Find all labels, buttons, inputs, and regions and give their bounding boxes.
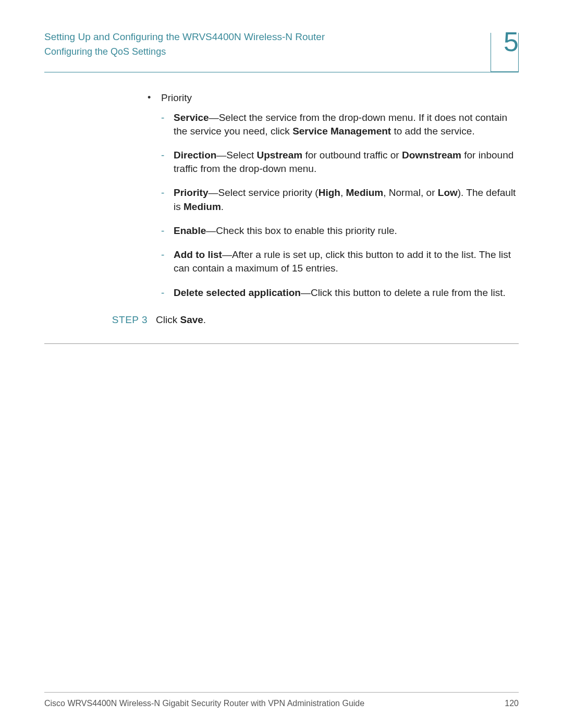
text: . (203, 314, 206, 325)
text: Click this button to delete a rule from … (311, 287, 506, 298)
text: Select service priority ( (218, 187, 319, 198)
sub-item-text: Service—Select the service from the drop… (174, 111, 519, 138)
term-label: Delete selected application (174, 287, 301, 298)
step-label: STEP 3 (111, 314, 148, 326)
footer-page-number: 120 (505, 699, 519, 708)
inline-bold: Save (180, 314, 203, 325)
sep: — (209, 187, 218, 198)
footer-divider (44, 692, 519, 693)
text: . (221, 201, 224, 212)
page-content: • Priority - Service—Select the service … (44, 92, 519, 344)
section-divider (44, 343, 519, 344)
chapter-number-box (491, 33, 519, 72)
document-page: Setting Up and Configuring the WRVS4400N… (0, 0, 563, 728)
dash-icon: - (161, 248, 174, 275)
inline-bold: Service Management (292, 126, 391, 137)
inline-bold: Medium (183, 201, 221, 212)
sub-item-delete: - Delete selected application—Click this… (161, 286, 519, 300)
sub-item-direction: - Direction—Select Upstream for outbound… (161, 149, 519, 176)
term-label: Service (174, 112, 209, 123)
sub-item-text: Direction—Select Upstream for outbound t… (174, 149, 519, 176)
term-label: Priority (174, 187, 209, 198)
header-title: Setting Up and Configuring the WRVS4400N… (44, 30, 519, 44)
page-header: Setting Up and Configuring the WRVS4400N… (44, 30, 519, 72)
page-footer: Cisco WRVS4400N Wireless-N Gigabit Secur… (44, 692, 519, 708)
header-divider (44, 72, 519, 72)
sub-item-text: Delete selected application—Click this b… (174, 286, 519, 300)
sub-item-priority: - Priority—Select service priority (High… (161, 186, 519, 213)
sub-list: - Service—Select the service from the dr… (161, 111, 519, 300)
sep: — (222, 249, 232, 260)
header-rule-container (44, 72, 519, 72)
dash-icon: - (161, 186, 174, 213)
inline-bold: Downstream (402, 150, 461, 161)
inline-bold: Upstream (256, 150, 302, 161)
bullet-section: • Priority (148, 92, 519, 104)
text: Click (156, 314, 180, 325)
term-label: Add to list (174, 249, 222, 260)
bullet-heading: Priority (161, 92, 192, 104)
sep: — (216, 150, 226, 161)
sub-item-enable: - Enable—Check this box to enable this p… (161, 224, 519, 238)
term-label: Direction (174, 150, 216, 161)
dash-icon: - (161, 286, 174, 300)
text: , (340, 187, 346, 198)
inline-bold: Medium (346, 187, 383, 198)
sub-item-text: Enable—Check this box to enable this pri… (174, 224, 519, 238)
inline-bold: High (319, 187, 340, 198)
dash-icon: - (161, 111, 174, 138)
sep: — (206, 225, 216, 236)
sep: — (209, 112, 219, 123)
text: to add the service. (391, 126, 475, 137)
term-label: Enable (174, 225, 206, 236)
step-text: Click Save. (148, 314, 206, 326)
footer-guide-title: Cisco WRVS4400N Wireless-N Gigabit Secur… (44, 699, 364, 708)
sub-item-addtolist: - Add to list—After a rule is set up, cl… (161, 248, 519, 275)
inline-bold: Low (438, 187, 458, 198)
sub-item-text: Add to list—After a rule is set up, clic… (174, 248, 519, 275)
step-row: STEP 3 Click Save. (111, 314, 519, 326)
sub-item-service: - Service—Select the service from the dr… (161, 111, 519, 138)
bullet-marker: • (148, 92, 161, 104)
header-subtitle: Configuring the QoS Settings (44, 46, 519, 57)
text: Check this box to enable this priority r… (216, 225, 397, 236)
text: Select (226, 150, 256, 161)
text: , Normal, or (383, 187, 438, 198)
dash-icon: - (161, 224, 174, 238)
sub-item-text: Priority—Select service priority (High, … (174, 186, 519, 213)
text: for outbound traffic or (302, 150, 402, 161)
sep: — (301, 287, 311, 298)
dash-icon: - (161, 149, 174, 176)
footer-row: Cisco WRVS4400N Wireless-N Gigabit Secur… (44, 699, 519, 708)
